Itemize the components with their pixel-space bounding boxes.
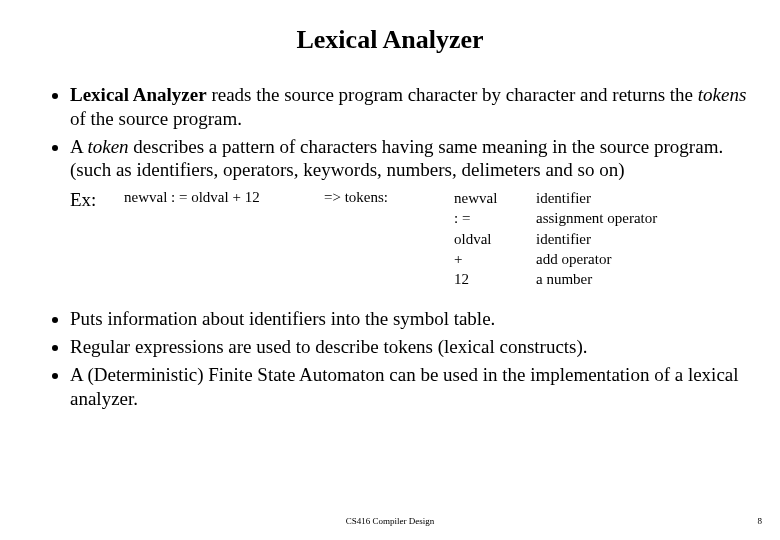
example-row: Ex: newval : = oldval + 12 => tokens: ne… [70,188,750,289]
bullet-item: A (Deterministic) Finite State Automaton… [70,363,750,411]
page-title: Lexical Analyzer [30,25,750,55]
bullet-item: Regular expressions are used to describe… [70,335,750,359]
example-code: newval : = oldval + 12 [124,188,324,207]
example-label: Ex: [70,188,124,212]
text: of the source program. [70,108,242,129]
text: A [70,136,87,157]
table-row: : =assignment operator [454,208,657,228]
bullet-list-bottom: Puts information about identifiers into … [30,307,750,410]
text-italic: token [87,136,128,157]
text-italic: tokens [698,84,747,105]
token-cell: oldval [454,229,536,249]
bullet-item: A token describes a pattern of character… [70,135,750,290]
page-number: 8 [758,516,763,526]
tokens-table: newvalidentifier : =assignment operator … [454,188,657,289]
token-cell: 12 [454,269,536,289]
token-cell: newval [454,188,536,208]
table-row: oldvalidentifier [454,229,657,249]
desc-cell: a number [536,269,592,289]
text-bold: Lexical Analyzer [70,84,207,105]
token-cell: : = [454,208,536,228]
bullet-item: Puts information about identifiers into … [70,307,750,331]
desc-cell: add operator [536,249,611,269]
text: reads the source program character by ch… [207,84,698,105]
table-row: 12a number [454,269,657,289]
desc-cell: identifier [536,188,591,208]
footer-text: CS416 Compiler Design [0,516,780,526]
bullet-item: Lexical Analyzer reads the source progra… [70,83,750,131]
desc-cell: identifier [536,229,591,249]
text: describes a pattern of characters having… [70,136,723,181]
desc-cell: assignment operator [536,208,657,228]
token-cell: + [454,249,536,269]
example-arrow: => tokens: [324,188,454,207]
slide: Lexical Analyzer Lexical Analyzer reads … [0,0,780,540]
table-row: +add operator [454,249,657,269]
table-row: newvalidentifier [454,188,657,208]
bullet-list-top: Lexical Analyzer reads the source progra… [30,83,750,289]
